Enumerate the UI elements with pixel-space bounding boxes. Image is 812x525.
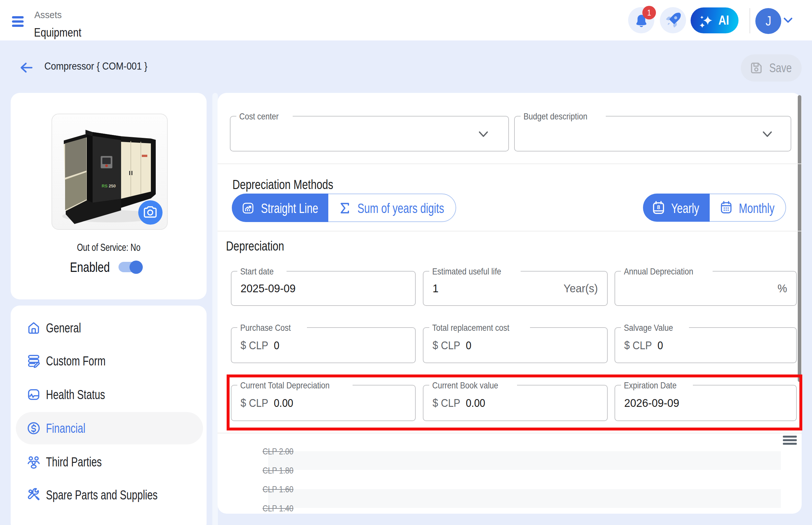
svg-text:8: 8 (657, 204, 660, 210)
svg-text:RS 250: RS 250 (102, 183, 116, 189)
